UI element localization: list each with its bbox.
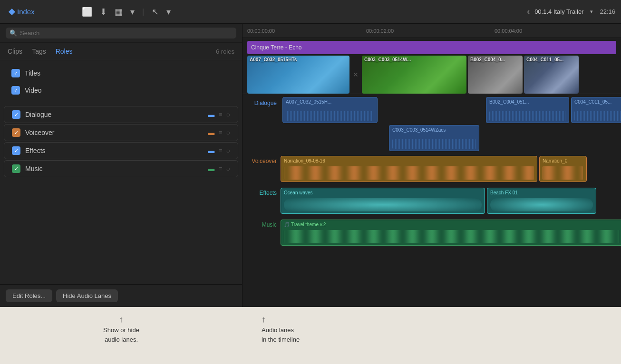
cursor-chevron-icon[interactable]: ▾	[165, 6, 173, 18]
main-layout: 🔍 Clips Tags Roles 6 roles ✓ Titles	[0, 24, 621, 307]
checkbox-titles[interactable]: ✓	[11, 69, 20, 77]
ruler-mark-4: 00:00:04:00	[495, 28, 522, 34]
edit-roles-button[interactable]: Edit Roles...	[6, 289, 52, 302]
waveform-a007	[286, 111, 374, 121]
checkbox-video[interactable]: ✓	[11, 86, 20, 95]
role-item-effects[interactable]: ✓ Effects ▬ ≡ ○	[4, 142, 238, 159]
monitor-split-icon[interactable]: ▦	[113, 6, 125, 18]
voiceover-lanes-icon[interactable]: ≡	[218, 129, 222, 136]
dialogue-lanes-icon[interactable]: ≡	[218, 111, 222, 118]
toolbar-right: ‹ 00.1.4 Italy Trailer ▾ 22:16	[527, 7, 615, 17]
music-clips: 🎵 Travel theme v.2	[281, 218, 621, 248]
purple-bar-label: Cinque Terre - Echo	[251, 44, 302, 51]
search-input[interactable]	[20, 29, 233, 37]
tab-roles[interactable]: Roles	[56, 47, 73, 56]
music-clip-travel-label: 🎵 Travel theme v.2	[284, 222, 620, 227]
dialogue-clip-b002-label: B002_C004_051...	[489, 99, 566, 105]
music-color-icon[interactable]: ▬	[208, 165, 214, 172]
voiceover-actions: ▬ ≡ ○	[208, 129, 230, 136]
dialogue-lane-label: Dialogue	[243, 96, 281, 106]
dialogue-clip-c003[interactable]: C003_C003_0514WZacs	[389, 125, 479, 151]
clip-c003[interactable]: C003_C003_0514W...	[362, 56, 466, 94]
effects-clip-ocean-label: Ocean waves	[284, 190, 482, 195]
tab-tags[interactable]: Tags	[32, 47, 46, 56]
dialogue-clip-b002[interactable]: B002_C004_051...	[486, 97, 569, 123]
dialogue-clip-a007-label: A007_C032_0515H...	[286, 99, 374, 105]
music-lane: Music 🎵 Travel theme v.2	[243, 218, 621, 248]
voiceover-clip-narration-label: Narration_09-08-16	[284, 158, 534, 163]
monitor-chevron-icon[interactable]: ▾	[128, 6, 136, 18]
music-lanes-icon[interactable]: ≡	[218, 165, 222, 172]
top-toolbar: Index ⬜ ⬇ ▦ ▾ | ↖ ▾ ‹ 00.1.4 Italy Trail…	[0, 0, 621, 24]
checkbox-voiceover[interactable]: ✓	[12, 128, 20, 137]
check-icon: ✓	[14, 70, 18, 77]
clip-c003-label: C003_C003_0514W...	[364, 57, 411, 62]
music-lane-label: Music	[243, 218, 281, 228]
role-item-voiceover[interactable]: ✓ Voiceover ▬ ≡ ○	[4, 124, 238, 141]
clip-a007[interactable]: A007_C032_0515HTs	[247, 56, 349, 94]
voiceover-clip-narration2[interactable]: Narration_0	[539, 156, 587, 182]
clip-c004[interactable]: C004_C011_05...	[524, 56, 579, 94]
monitor-down-icon[interactable]: ⬇	[98, 6, 109, 18]
role-label-video: Video	[25, 86, 231, 94]
hide-audio-lanes-button[interactable]: Hide Audio Lanes	[56, 289, 118, 302]
ruler-mark-2: 00:00:02:00	[366, 28, 394, 34]
dialogue-lane: Dialogue A007_C032_0515H... B002_C004_05…	[243, 96, 621, 152]
waveform-narration	[284, 166, 534, 180]
voiceover-solo-icon[interactable]: ○	[226, 129, 230, 136]
checkbox-music[interactable]: ✓	[12, 164, 20, 173]
waveform-beach	[490, 198, 593, 211]
music-clip-travel[interactable]: 🎵 Travel theme v.2	[281, 220, 621, 246]
role-item-video[interactable]: ✓ Video	[4, 82, 238, 98]
check-icon: ✓	[14, 166, 19, 172]
voiceover-clips: Narration_09-08-16 Narration_0	[281, 154, 621, 184]
annotation-left-text: Show or hideaudio lanes.	[103, 326, 139, 344]
bottom-buttons: Edit Roles... Hide Audio Lanes	[0, 284, 242, 307]
voiceover-color-icon[interactable]: ▬	[208, 129, 214, 136]
timeline-ruler: 00:00:00:00 00:00:02:00 00:00:04:00	[243, 24, 621, 38]
search-bar: 🔍	[0, 24, 242, 43]
dialogue-clip-c004-label: C004_C011_05...	[574, 99, 621, 105]
back-chevron-icon[interactable]: ‹	[527, 7, 530, 17]
project-name: 00.1.4 Italy Trailer	[534, 8, 583, 15]
effects-clips: Ocean waves Beach FX 01	[281, 186, 621, 216]
audio-section: Dialogue A007_C032_0515H... B002_C004_05…	[243, 94, 621, 249]
project-dropdown-icon[interactable]: ▾	[588, 8, 595, 16]
toolbar-icons: ⬜ ⬇ ▦ ▾ | ↖ ▾	[80, 6, 173, 18]
tab-clips[interactable]: Clips	[8, 47, 22, 56]
cut-symbol: ✕	[353, 71, 359, 78]
cursor-icon[interactable]: ↖	[150, 6, 161, 18]
dialogue-color-icon[interactable]: ▬	[208, 111, 214, 118]
music-solo-icon[interactable]: ○	[226, 165, 230, 172]
clip-b002-label: B002_C004_0...	[470, 57, 505, 62]
waveform-ocean	[284, 198, 482, 211]
voiceover-clip-narration2-label: Narration_0	[543, 158, 583, 163]
role-item-titles[interactable]: ✓ Titles	[4, 65, 238, 81]
effects-lane-label: Effects	[243, 186, 281, 196]
effects-clip-ocean[interactable]: Ocean waves	[281, 188, 485, 214]
timeline-content[interactable]: Cinque Terre - Echo A007_C032_0515HTs ✕ …	[243, 38, 621, 307]
dialogue-clip-a007[interactable]: A007_C032_0515H...	[282, 97, 378, 123]
voiceover-clip-narration[interactable]: Narration_09-08-16	[281, 156, 537, 182]
effects-clip-beach-label: Beach FX 01	[490, 190, 593, 195]
effects-solo-icon[interactable]: ○	[226, 147, 230, 154]
effects-color-icon[interactable]: ▬	[208, 147, 214, 154]
dialogue-clip-c004[interactable]: C004_C011_05...	[571, 97, 621, 123]
check-icon: ✓	[14, 112, 19, 118]
annotation-right: ↑ Audio lanesin the timeline	[243, 313, 621, 344]
checkbox-dialogue[interactable]: ✓	[12, 110, 20, 119]
index-button[interactable]: Index	[6, 6, 76, 18]
monitor-icon[interactable]: ⬜	[80, 6, 94, 18]
dialogue-solo-icon[interactable]: ○	[226, 111, 230, 118]
waveform-c003	[392, 139, 476, 149]
arrow-up-right-icon: ↑	[262, 315, 266, 325]
clip-b002[interactable]: B002_C004_0...	[468, 56, 523, 94]
video-clips-row: A007_C032_0515HTs ✕ C003_C003_0514W... B…	[247, 56, 616, 94]
effects-lanes-icon[interactable]: ≡	[218, 147, 222, 154]
search-input-wrap[interactable]: 🔍	[6, 28, 236, 38]
check-icon: ✓	[14, 130, 19, 136]
effects-clip-beach[interactable]: Beach FX 01	[487, 188, 596, 214]
checkbox-effects[interactable]: ✓	[12, 146, 20, 155]
role-item-music[interactable]: ✓ Music ▬ ≡ ○	[4, 160, 238, 177]
role-item-dialogue[interactable]: ✓ Dialogue ▬ ≡ ○	[4, 106, 238, 123]
